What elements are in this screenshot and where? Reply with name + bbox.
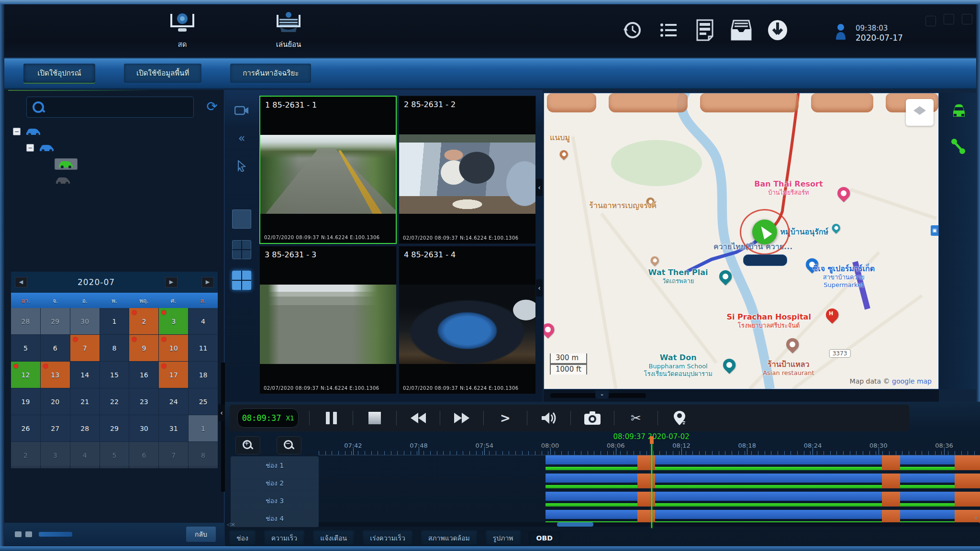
timeline-zoom-in-button[interactable]: + (235, 436, 260, 454)
calendar-day[interactable]: 9 (129, 335, 158, 361)
calendar-day[interactable]: 30 (70, 308, 100, 334)
track-link-icon[interactable] (949, 137, 967, 156)
calendar-day[interactable]: 16 (129, 362, 158, 388)
calendar-day[interactable]: 29 (100, 415, 129, 441)
tab-OBD[interactable]: OBD (529, 531, 560, 545)
user-icon[interactable] (835, 23, 847, 40)
calendar-day[interactable]: 6 (129, 442, 158, 468)
record-bar-video[interactable] (546, 492, 980, 501)
calendar-day[interactable]: 2 (129, 308, 158, 334)
volume-button[interactable] (538, 408, 560, 428)
calendar-day[interactable]: 7 (159, 442, 188, 468)
layout-quad-active-button[interactable] (232, 271, 251, 290)
history-icon[interactable] (621, 19, 644, 42)
map-poi-label[interactable]: Wat Then Plaiวัดเถรพลาย (648, 268, 708, 285)
timeline-playhead[interactable] (651, 443, 652, 528)
calendar-day[interactable]: 15 (100, 362, 129, 388)
map-poi-label[interactable]: ร้านป้าแหลวAsian restaurant (763, 360, 814, 377)
map-poi-label[interactable]: ร้านอาหารเบญจรงค์ (589, 201, 657, 210)
tree-node-vehicle-group[interactable]: − (26, 140, 214, 156)
calendar-day[interactable]: 4 (189, 308, 218, 334)
calendar-day[interactable]: 8 (189, 442, 218, 468)
evidence-box-icon[interactable] (730, 19, 753, 42)
window-corner-controls[interactable] (925, 13, 978, 42)
calendar-day[interactable]: 8 (100, 335, 129, 361)
tab-รูปภาพ[interactable]: รูปภาพ (485, 530, 521, 546)
calendar-prev-month-button[interactable]: ◀ (15, 277, 27, 287)
calendar-day[interactable]: 31 (159, 415, 188, 441)
fast-forward-button[interactable] (451, 408, 473, 428)
calendar-day[interactable]: 27 (41, 415, 70, 441)
map-panel[interactable]: H แนบมูร้านอาหารเบญจรงค์Ban Thai Resortบ… (544, 93, 939, 389)
tab-live[interactable]: สด (154, 11, 211, 57)
tab-สภาพแวดล้อม[interactable]: สภาพแวดล้อม (421, 530, 478, 546)
record-bar-video[interactable] (546, 474, 980, 483)
timeline-ruler[interactable]: 07:4207:4807:5408:0008:0608:1208:1808:24… (319, 443, 980, 455)
tab-แจ้งเตือน[interactable]: แจ้งเตือน (312, 530, 355, 546)
calendar-day[interactable]: 11 (189, 335, 218, 361)
calendar-day[interactable]: 6 (41, 335, 70, 361)
timeline[interactable]: 08:09:37 2020-07-02 07:4207:4807:5408:00… (319, 432, 980, 533)
record-bar-substream[interactable] (546, 467, 980, 470)
calendar-day[interactable]: 18 (189, 362, 218, 388)
timeline-scrollbar[interactable] (319, 522, 980, 527)
rewind-button[interactable] (407, 408, 429, 428)
calendar-day[interactable]: 1 (189, 415, 218, 441)
google-map-link[interactable]: google map (892, 377, 932, 385)
calendar-day[interactable]: 23 (129, 388, 158, 415)
calendar-day[interactable]: 13 (41, 362, 70, 388)
refresh-icon[interactable]: ⟳ (207, 99, 218, 114)
follow-vehicle-icon[interactable] (949, 100, 969, 120)
tree-node-fleet-group[interactable]: − (13, 123, 214, 140)
tab-playback[interactable]: เล่นย้อน (260, 11, 317, 57)
calendar-day[interactable]: 19 (11, 388, 40, 415)
calendar-day[interactable]: 20 (41, 388, 70, 415)
video-map-splitter-handle-bottom[interactable]: ‹ (536, 279, 543, 297)
calendar-day[interactable]: 5 (100, 442, 129, 468)
calendar-day[interactable]: 2 (11, 442, 40, 468)
map-poi-label[interactable]: แนบมู (550, 133, 570, 143)
video-channel-1[interactable]: 1 85-2631 - 102/07/2020 08:09:37 N:14.62… (259, 96, 397, 244)
video-channel-4[interactable]: 4 85-2631 - 402/07/2020 08:09:37 N:14.62… (399, 246, 536, 394)
subtab-3[interactable]: การค้นหาอัจฉริยะ (230, 64, 311, 83)
record-bar-video[interactable] (546, 455, 980, 464)
calendar-day[interactable]: 25 (189, 388, 218, 415)
video-camera-icon[interactable] (232, 102, 251, 119)
timeline-zoom-out-button[interactable]: − (277, 436, 301, 454)
tab-ความเร็ว[interactable]: ความเร็ว (264, 530, 305, 546)
video-channel-2[interactable]: 2 85-2631 - 202/07/2020 08:09:37 N:14.62… (399, 96, 536, 244)
record-bar-substream[interactable] (546, 503, 980, 507)
subtab-1[interactable]: เปิดใช้อุปกรณ์ (23, 64, 95, 83)
map-collapse-chevron[interactable]: ⌄ (595, 390, 609, 399)
layout-quad-button[interactable] (232, 240, 251, 259)
step-forward-button[interactable]: > (494, 408, 516, 428)
calendar-day[interactable]: 14 (70, 362, 100, 388)
vehicle-gps-marker[interactable] (752, 220, 777, 244)
calendar-day[interactable]: 30 (129, 415, 158, 441)
calendar-day[interactable]: 26 (11, 415, 40, 441)
calendar-day[interactable]: 24 (159, 388, 188, 415)
map-poi-label[interactable]: Ban Thai Resortบ้านไทยรีสอร์ท (754, 179, 823, 197)
calendar-day[interactable]: 10 (159, 335, 188, 361)
calendar-day[interactable]: 4 (70, 442, 100, 468)
calendar-day[interactable]: 22 (100, 388, 129, 415)
calendar-day[interactable]: 28 (11, 308, 40, 334)
map-poi-label[interactable]: Si Prachan Hospitalโรงพยาบาลศรีประจันต์ (726, 312, 811, 330)
tab-เร่งความเร็ว[interactable]: เร่งความเร็ว (362, 530, 413, 546)
record-bar-substream[interactable] (546, 485, 980, 488)
video-channel-3[interactable]: 3 85-2631 - 302/07/2020 08:09:37 N:14.62… (259, 246, 397, 394)
calendar-day[interactable]: 28 (70, 415, 100, 441)
map-layers-control[interactable] (906, 99, 934, 126)
report-icon[interactable] (693, 19, 716, 42)
tree-node-vehicle-offline[interactable] (55, 172, 214, 188)
calendar-day[interactable]: 12 (11, 362, 40, 388)
calendar-day[interactable]: 5 (11, 335, 40, 361)
left-panel-collapse-handle[interactable]: ‹ (218, 404, 225, 421)
map-edge-expander[interactable]: ▣ (931, 225, 938, 236)
calendar-day[interactable]: 29 (41, 308, 70, 334)
scrollbar-thumb[interactable] (557, 522, 593, 527)
map-poi-label[interactable]: Wat DonBuppharam Schoolโรงเรียนวัดดอนบุป… (644, 353, 712, 378)
calendar-day[interactable]: 7 (70, 335, 100, 361)
video-map-splitter-handle-top[interactable]: ‹ (536, 179, 543, 196)
download-icon[interactable] (766, 19, 789, 42)
